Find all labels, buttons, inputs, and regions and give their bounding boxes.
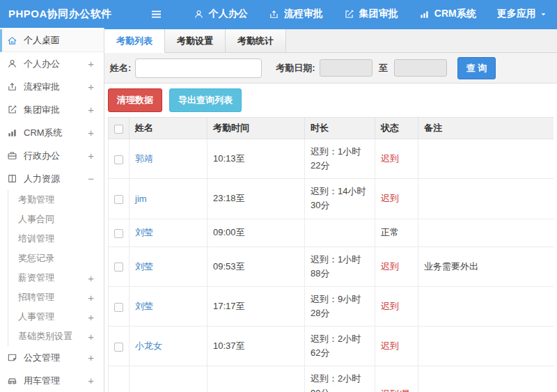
sidebar-item[interactable]: 薪资管理 + [0, 268, 104, 288]
expand-toggle[interactable]: + [88, 272, 94, 284]
duration-cell: 迟到：9小时28分 [305, 286, 375, 326]
top-nav-item[interactable]: 更多应用 [497, 8, 547, 20]
table-header-row: 姓名 考勤时间 时长 状态 备注 [109, 118, 554, 139]
doc-icon [7, 352, 18, 363]
sidebar-item[interactable]: 集团审批 + [0, 98, 104, 121]
sidebar-item[interactable]: 个人办公 + [0, 52, 104, 75]
table-row: 刘莹 17:17至 迟到：9小时28分 迟到 [109, 286, 554, 326]
sidebar-item[interactable]: 流程审批 + [0, 75, 104, 98]
sidebar-item[interactable]: 奖惩记录 [0, 249, 104, 268]
status-cell: 迟到 [375, 286, 418, 326]
edit-icon [344, 9, 354, 19]
user-icon [7, 58, 18, 69]
top-nav-item[interactable]: 个人办公 [194, 8, 248, 20]
sidebar-item[interactable]: 人力资源 − [0, 167, 104, 190]
top-navigation: 个人办公 流程审批 集团审批 CRM系统 [173, 8, 547, 20]
employee-name-link[interactable]: 刘莹 [135, 227, 153, 237]
expand-toggle[interactable]: + [88, 375, 94, 386]
search-button[interactable]: 查 询 [457, 57, 496, 79]
name-input[interactable] [135, 58, 262, 78]
expand-toggle[interactable]: + [88, 311, 94, 323]
expand-toggle[interactable]: + [88, 292, 94, 304]
table-row: jim 23:18至 迟到：14小时30分 迟到 [109, 179, 554, 219]
row-checkbox[interactable] [114, 262, 123, 272]
tab[interactable]: 考勤列表 [104, 29, 165, 53]
workflow-icon [7, 81, 18, 92]
row-checkbox[interactable] [114, 195, 123, 204]
table-row: 刘莹 09:53至 迟到：1小时88分 迟到 业务需要外出 [109, 246, 554, 286]
note-cell [418, 139, 554, 179]
row-checkbox[interactable] [114, 343, 123, 352]
app-window: PHPOA协同办公软件 个人办公 流程审批 集团审批 [0, 0, 557, 392]
row-checkbox[interactable] [114, 303, 123, 312]
sidebar-item[interactable]: 培训管理 [0, 229, 104, 249]
sidebar-item[interactable]: 人事合同 [0, 210, 104, 229]
note-cell: 1111 [418, 366, 554, 392]
chart-icon [419, 9, 430, 19]
top-nav-item[interactable]: 集团审批 [344, 8, 398, 20]
attendance-table-wrap: 姓名 考勤时间 时长 状态 备注 [108, 117, 554, 392]
book-icon [7, 173, 18, 184]
sidebar-item[interactable]: 行政办公 + [0, 144, 104, 167]
note-cell: 业务需要外出 [418, 246, 554, 286]
sidebar-item[interactable]: 个人桌面 [0, 29, 104, 52]
home-icon [7, 36, 18, 46]
sidebar: 个人桌面 个人办公 + 流程审批 + 集团审批 [0, 28, 104, 392]
attendance-time-cell: 09:53至 [207, 246, 305, 286]
expand-toggle[interactable]: + [88, 150, 94, 162]
hamburger-menu-icon[interactable] [150, 8, 163, 21]
sidebar-item[interactable]: 考勤管理 [0, 190, 104, 210]
employee-name-link[interactable]: jim [135, 194, 147, 204]
expand-toggle[interactable]: − [88, 173, 94, 185]
briefcase-icon [7, 150, 18, 161]
table-row: 小龙女 10:37至 迟到：2小时62分 迟到 [109, 327, 554, 366]
tab[interactable]: 考勤设置 [165, 29, 226, 52]
top-nav-item[interactable]: 流程审批 [269, 8, 323, 20]
sidebar-item[interactable]: CRM系统 + [0, 121, 104, 144]
sidebar-item[interactable]: 人事管理 + [0, 307, 104, 327]
note-cell [418, 179, 554, 219]
column-header: 备注 [418, 118, 554, 139]
attendance-time-cell: 09:00至 [207, 219, 305, 246]
expand-toggle[interactable]: + [88, 104, 94, 116]
duration-cell: 迟到：2小时90分 早退：7小时10分 [305, 366, 375, 392]
top-nav-item[interactable]: CRM系统 [419, 8, 476, 20]
tab[interactable]: 考勤统计 [226, 29, 286, 52]
top-bar: PHPOA协同办公软件 个人办公 流程审批 集团审批 [0, 0, 557, 28]
attendance-table: 姓名 考勤时间 时长 状态 备注 [108, 117, 554, 392]
date-to-separator: 至 [379, 62, 388, 75]
column-header: 状态 [375, 118, 418, 139]
sidebar-item[interactable]: 基础类别设置 + [0, 327, 104, 346]
sidebar-item[interactable]: 公文管理 + [0, 346, 104, 369]
employee-name-link[interactable]: 小龙女 [135, 340, 162, 351]
workflow-icon [269, 9, 279, 19]
status-cell: 迟到 [375, 327, 418, 366]
column-header: 考勤时间 [207, 118, 305, 139]
employee-name-link[interactable]: 刘莹 [135, 301, 153, 311]
duration-cell: 迟到：14小时30分 [305, 179, 375, 219]
employee-name-link[interactable]: 郭靖 [135, 153, 153, 164]
expand-toggle[interactable]: + [88, 331, 94, 343]
attendance-time-cell: 23:18至 [207, 179, 305, 219]
status-cell: 迟到/早退 [375, 366, 418, 392]
date-to-input[interactable] [394, 59, 447, 77]
expand-toggle[interactable]: + [88, 352, 94, 363]
row-checkbox[interactable] [114, 229, 123, 238]
note-cell [418, 219, 554, 246]
sidebar-item[interactable]: 用车管理 + [0, 369, 104, 392]
attendance-time-cell: 10:37至 [207, 327, 305, 366]
car-icon [7, 375, 18, 386]
chart-icon [7, 127, 18, 138]
select-all-checkbox[interactable] [114, 125, 123, 134]
export-list-button[interactable]: 导出查询列表 [169, 88, 242, 112]
expand-toggle[interactable]: + [88, 81, 94, 93]
expand-toggle[interactable]: + [88, 58, 94, 70]
tab-strip: 考勤列表 考勤设置 考勤统计 [104, 28, 557, 53]
table-row: 郭靖 10:13至 迟到：1小时22分 迟到 [109, 139, 554, 179]
expand-toggle[interactable]: + [88, 127, 94, 139]
date-from-input[interactable] [320, 59, 372, 77]
row-checkbox[interactable] [114, 155, 123, 164]
sidebar-item[interactable]: 招聘管理 + [0, 288, 104, 307]
employee-name-link[interactable]: 刘莹 [135, 261, 153, 272]
clean-data-button[interactable]: 清理数据 [108, 88, 162, 112]
